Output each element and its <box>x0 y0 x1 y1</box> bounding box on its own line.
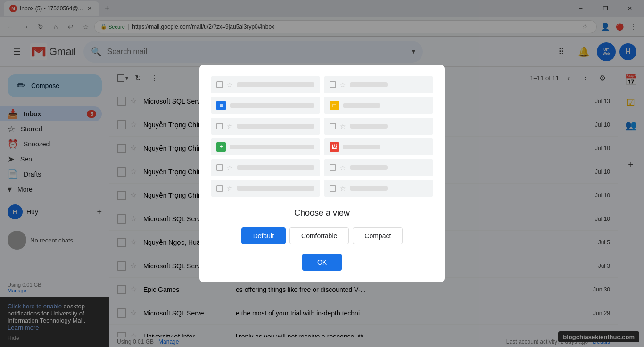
preview-row-9: ☆ <box>211 159 320 176</box>
preview-google-keep-icon: □ <box>330 101 339 110</box>
modal-overlay[interactable]: ☆ ☆ ≡ □ ☆ <box>0 0 644 347</box>
preview-bar <box>350 124 388 129</box>
preview-row-8: 🖼 <box>324 138 433 155</box>
preview-star: ☆ <box>340 164 346 171</box>
preview-row-7: + <box>211 138 320 155</box>
preview-checkbox <box>330 185 336 192</box>
modal-actions: OK <box>211 254 433 271</box>
preview-star: ☆ <box>227 122 233 130</box>
preview-checkbox <box>216 185 223 192</box>
preview-row-1: ☆ <box>211 76 320 93</box>
preview-star: ☆ <box>227 164 233 171</box>
preview-star: ☆ <box>227 185 233 192</box>
preview-bar <box>237 124 314 129</box>
preview-bar <box>237 82 314 87</box>
preview-bar <box>343 103 380 108</box>
preview-google-sheets-icon: + <box>216 142 226 152</box>
view-option-comfortable[interactable]: Comfortable <box>289 227 349 244</box>
modal-title: Choose a view <box>211 208 433 218</box>
preview-bar <box>237 186 314 191</box>
preview-star: ☆ <box>340 122 346 130</box>
view-option-default[interactable]: Default <box>241 227 286 244</box>
preview-row-5: ☆ <box>211 118 320 135</box>
preview-star: ☆ <box>340 185 346 192</box>
preview-bar <box>343 145 380 149</box>
preview-checkbox <box>216 164 223 171</box>
preview-checkbox <box>216 81 223 88</box>
preview-bar <box>350 82 388 87</box>
preview-row-4: □ <box>324 97 433 114</box>
view-option-compact[interactable]: Compact <box>353 227 403 244</box>
preview-row-11: ☆ <box>211 180 320 197</box>
preview-star: ☆ <box>227 81 233 89</box>
preview-checkbox <box>330 164 336 171</box>
preview-bar <box>237 165 314 170</box>
preview-checkbox <box>330 123 336 129</box>
preview-bar <box>230 145 314 149</box>
preview-bar <box>350 186 388 191</box>
preview-row-12: ☆ <box>324 180 433 197</box>
preview-bar <box>350 165 388 170</box>
preview-checkbox <box>330 81 336 88</box>
preview-star: ☆ <box>340 81 346 89</box>
ok-button[interactable]: OK <box>302 254 342 271</box>
view-options: Default Comfortable Compact <box>211 227 433 244</box>
preview-row-3: ≡ <box>211 97 320 114</box>
preview-checkbox <box>216 123 223 129</box>
preview-row-2: ☆ <box>324 76 433 93</box>
preview-row-6: ☆ <box>324 118 433 135</box>
view-preview-grid: ☆ ☆ ≡ □ ☆ <box>211 76 433 197</box>
choose-view-modal: ☆ ☆ ≡ □ ☆ <box>199 65 445 282</box>
preview-google-photos-icon: 🖼 <box>330 142 339 152</box>
preview-row-10: ☆ <box>324 159 433 176</box>
preview-google-docs-icon: ≡ <box>216 101 226 110</box>
preview-bar <box>230 103 314 108</box>
